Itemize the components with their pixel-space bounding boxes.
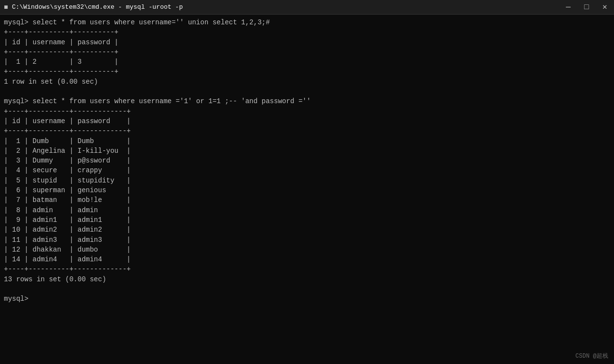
blank2: [4, 284, 610, 294]
maximize-button[interactable]: □: [581, 2, 592, 12]
table2-row8: | 8 | admin | admin |: [4, 205, 610, 215]
table1-header: | id | username | password |: [4, 37, 610, 47]
table2-row1: | 1 | Dumb | Dumb |: [4, 136, 610, 146]
result2: 13 rows in set (0.00 sec): [4, 274, 610, 284]
table2-row3: | 3 | Dummy | p@ssword |: [4, 156, 610, 165]
window-controls: — □ ✕: [563, 2, 610, 12]
close-button[interactable]: ✕: [599, 2, 610, 12]
table1-border-top: +----+----------+----------+: [4, 27, 610, 37]
table2-border-mid: +----+----------+-------------+: [4, 126, 610, 136]
watermark: CSDN @超栈: [576, 352, 608, 360]
table2-header: | id | username | password |: [4, 116, 610, 126]
result1: 1 row in set (0.00 sec): [4, 77, 610, 87]
final-prompt: mysql>: [4, 294, 610, 304]
table2-row2: | 2 | Angelina | I-kill-you |: [4, 146, 610, 156]
table2-row12: | 12 | dhakkan | dumbo |: [4, 245, 610, 255]
window-title: C:\Windows\system32\cmd.exe - mysql -uro…: [12, 3, 183, 11]
table2-row13: | 14 | admin4 | admin4 |: [4, 255, 610, 264]
title-bar-left: ■ C:\Windows\system32\cmd.exe - mysql -u…: [4, 3, 183, 11]
title-bar: ■ C:\Windows\system32\cmd.exe - mysql -u…: [0, 0, 614, 15]
table2-row5: | 5 | stupid | stupidity |: [4, 176, 610, 185]
table2-row11: | 11 | admin3 | admin3 |: [4, 235, 610, 245]
table2-row10: | 10 | admin2 | admin2 |: [4, 225, 610, 235]
table2-row9: | 9 | admin1 | admin1 |: [4, 215, 610, 225]
query1-line: mysql> select * from users where usernam…: [4, 18, 610, 27]
query2-line: mysql> select * from users where usernam…: [4, 96, 610, 106]
table1-row1: | 1 | 2 | 3 |: [4, 57, 610, 67]
table2-row6: | 6 | superman | genious |: [4, 185, 610, 195]
table2-border-top: +----+----------+-------------+: [4, 107, 610, 116]
minimize-button[interactable]: —: [563, 2, 574, 12]
blank1: [4, 87, 610, 96]
table2-border-bot: +----+----------+-------------+: [4, 264, 610, 274]
table1-border-mid: +----+----------+----------+: [4, 47, 610, 57]
table2-row7: | 7 | batman | mob!le |: [4, 195, 610, 205]
terminal-body: mysql> select * from users where usernam…: [0, 15, 614, 364]
table2-row4: | 4 | secure | crappy |: [4, 165, 610, 175]
table1-border-bot: +----+----------+----------+: [4, 67, 610, 76]
cmd-icon: ■: [4, 3, 8, 11]
